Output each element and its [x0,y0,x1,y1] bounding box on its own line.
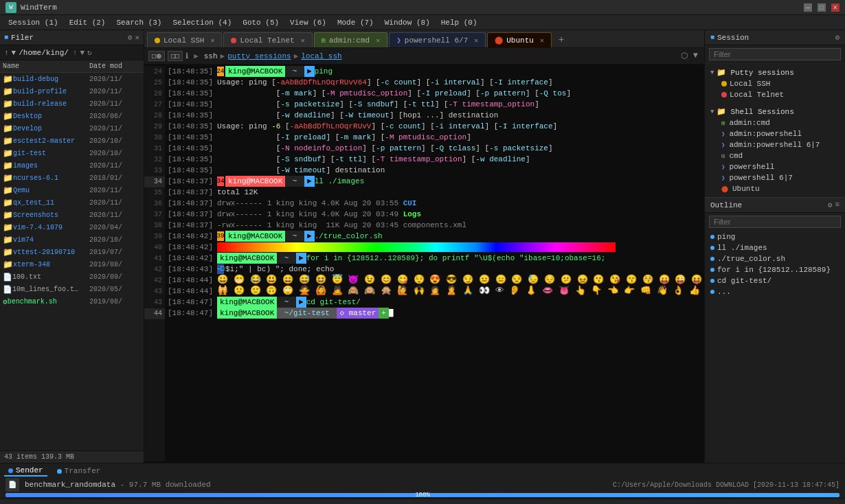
menu-help[interactable]: Help (0) [436,15,483,30]
filer-item[interactable]: 📁build-profile2020/11/ [0,85,144,98]
transfer-tab-dot [57,469,62,474]
cmdbar-info-icon[interactable]: ℹ [185,51,188,60]
filer-item[interactable]: 📁xterm-3482019/08/ [0,258,144,271]
folder-icon: 📁 [3,185,13,196]
terminal-lines[interactable]: [18:48:35]24 king@MACBOOK ~ ► ping[18:48… [165,66,704,461]
minimize-button[interactable]: ─ [804,3,812,12]
filer-path-up-icon[interactable]: ↑ [4,49,9,57]
window-controls: ─ □ ✕ [804,3,840,12]
filer-item[interactable]: 📁build-release2020/11/ [0,98,144,110]
outline-item-ll[interactable]: ll ./images [705,242,845,253]
filer-item[interactable]: 📁qx_test_112020/11/ [0,196,144,209]
session-item-admin-cmd[interactable]: ⊞ admin:cmd [705,117,845,128]
menu-window[interactable]: Window (8) [379,15,436,30]
tab-ubuntu[interactable]: ⬤ Ubuntu ✕ [487,32,552,47]
filer-item[interactable]: 📁git-test2020/10/ [0,147,144,159]
menu-mode[interactable]: Mode (7) [332,15,379,30]
filer-nav-icon2[interactable]: ▼ [80,49,84,57]
filer-item[interactable]: 📁vim-7.4.10792020/04/ [0,221,144,233]
filer-item[interactable]: 📄100.txt2020/09/ [0,271,144,283]
outline-menu-icon[interactable]: ≡ [835,201,840,209]
session-item-admin-powershell[interactable]: ❯ admin:powershell [705,128,845,139]
filer-item[interactable]: 📁Qemu2020/11/ [0,184,144,196]
filer-item[interactable]: 📄10m_lines_foo.t…2020/05/ [0,283,144,295]
filer-item[interactable]: 📁images2020/11/ [0,159,144,172]
tab-local-ssh[interactable]: Local SSH ✕ [147,32,222,47]
tab-dot-local-ssh [155,38,160,43]
filer-item[interactable]: 📁vttest-201907102019/07/ [0,246,144,258]
tab-add-button[interactable]: + [553,32,570,47]
session-item-powershell-67[interactable]: ❯ powershell 6|7 [705,172,845,183]
tab-close-local-telnet[interactable]: ✕ [301,36,305,45]
transfer-tab-item[interactable]: Transfer [53,466,105,477]
menu-goto[interactable]: Goto (5) [237,15,284,30]
tab-close-ubuntu[interactable]: ✕ [540,36,544,45]
filer-col-name[interactable]: Name [3,62,89,70]
filer-item[interactable]: ⚙benchmark.sh2019/08/ [0,295,144,308]
sender-tab[interactable]: Sender [4,466,47,477]
tab-close-local-ssh[interactable]: ✕ [210,36,214,45]
tab-admin-cmd[interactable]: ⊞ admin:cmd ✕ [314,32,387,47]
filer-item[interactable]: 📁vim742020/10/ [0,233,144,246]
breadcrumb-putty[interactable]: putty sessions [227,52,291,60]
session-header: ■ Session ⚙ [705,30,845,45]
filer-item-name: 10m_lines_foo.t… [12,286,89,293]
outline-item-cdgit[interactable]: cd git-test/ [705,275,845,286]
outline-item-for[interactable]: for i in {128512..128589} [705,264,845,275]
filer-item[interactable]: 📁Develop2020/11/ [0,122,144,135]
cmdbar-dup-button[interactable]: □□ [168,51,183,61]
terminal-line: [18:48:44]😀 😁 😂 😃 😄 😅 😆 😇 😈 😉 😊 😋 😌 😍 😎 … [168,275,704,286]
session-item-local-ssh[interactable]: Local SSH [705,78,845,89]
terminal-line: [18:48:43]-□$i;" | bc) "; done; echo [168,264,704,275]
session-item-local-telnet[interactable]: Local Telnet [705,89,845,100]
session-item-ubuntu[interactable]: ⬤ Ubuntu [705,183,845,194]
breadcrumb: ssh ▶ putty sessions ▶ local ssh [204,51,342,60]
menu-selection[interactable]: Selection (4) [167,15,237,30]
menu-edit[interactable]: Edit (2) [64,15,111,30]
session-item-powershell[interactable]: ❯ powershell [705,161,845,172]
filer-close-icon[interactable]: ✕ [135,33,139,42]
filer-item-name: build-profile [13,88,89,95]
session-settings-icon[interactable]: ⚙ [835,33,840,42]
menu-view[interactable]: View (6) [284,15,332,30]
filer-item[interactable]: 📁Desktop2020/06/ [0,110,144,122]
menu-search[interactable]: Search (3) [111,15,167,30]
outline-filter-input[interactable] [709,216,841,228]
filer-settings-icon[interactable]: ⚙ [128,33,133,42]
outline-dot-for [710,268,714,272]
outline-settings-icon[interactable]: ⚙ [828,201,833,209]
close-button[interactable]: ✕ [831,3,840,12]
terminal-content[interactable]: 2425262728293031323334353637383940414242… [144,65,704,463]
maximize-button[interactable]: □ [818,3,826,12]
filer-col-date[interactable]: Date mod [89,62,141,70]
shell-sessions-header[interactable]: ▼ 📁 Shell Sessions [705,106,845,117]
session-filter [705,45,845,64]
line-number: 33 [144,165,165,176]
cmdbar-new-button[interactable]: □⊕ [148,51,165,61]
session-item-admin-powershell-67[interactable]: ❯ admin:powershell 6|7 [705,139,845,150]
filer-item[interactable]: 📁Screenshots2020/11/ [0,209,144,221]
filer-item[interactable]: 📁ncurses-6.12018/01/ [0,172,144,184]
filer-refresh-icon[interactable]: ↻ [87,48,92,57]
outline-dot-ll [710,246,714,250]
transfer-path: C:/Users/Apple/Downloads DOWNLOAD [2020-… [613,481,840,489]
session-filter-input[interactable] [709,48,841,60]
tab-close-powershell[interactable]: ✕ [474,36,478,45]
outline-item-ping[interactable]: ping [705,231,845,242]
session-item-cmd[interactable]: ⊞ cmd [705,150,845,161]
outline-item-truecolor[interactable]: ./true_color.sh [705,253,845,264]
cmdbar-nav-expand[interactable]: ⬡ [679,51,690,61]
breadcrumb-localssh[interactable]: local ssh [301,52,341,60]
filer-path-down-icon[interactable]: ▼ [12,49,16,57]
tab-close-admin-cmd[interactable]: ✕ [376,36,380,45]
menu-session[interactable]: Session (1) [3,15,64,30]
tab-powershell[interactable]: ❯ powershell 6/7 ✕ [389,32,486,47]
filer-item[interactable]: 📁esctest2-master2020/10/ [0,135,144,147]
cmdbar-nav-menu[interactable]: ▼ [691,51,700,61]
putty-sessions-header[interactable]: ▼ 📁 Putty sessions [705,67,845,78]
filer-nav-icon[interactable]: ↑ [73,49,78,57]
filer-item[interactable]: 📁build-debug2020/11/ [0,73,144,85]
tab-local-telnet[interactable]: Local Telnet ✕ [223,32,312,47]
titlebar: W WindTerm ─ □ ✕ [0,0,845,15]
outline-item-more[interactable]: ... [705,286,845,297]
